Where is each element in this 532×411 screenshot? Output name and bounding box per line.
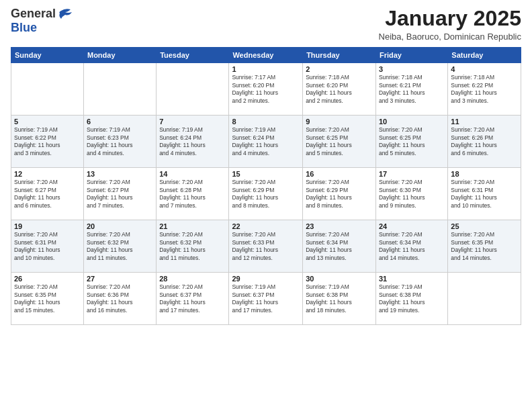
day-number: 11 — [451, 118, 518, 126]
day-number: 30 — [306, 275, 373, 283]
table-row: 17Sunrise: 7:20 AM Sunset: 6:30 PM Dayli… — [375, 168, 447, 220]
day-number: 7 — [159, 118, 226, 126]
day-number: 10 — [379, 118, 445, 126]
table-row: 21Sunrise: 7:20 AM Sunset: 6:32 PM Dayli… — [157, 220, 229, 273]
table-row: 28Sunrise: 7:20 AM Sunset: 6:37 PM Dayli… — [157, 273, 229, 325]
col-friday: Friday — [375, 48, 447, 63]
day-number: 22 — [232, 222, 300, 230]
table-row: 11Sunrise: 7:20 AM Sunset: 6:26 PM Dayli… — [448, 116, 521, 168]
day-info: Sunrise: 7:20 AM Sunset: 6:34 PM Dayligh… — [379, 231, 445, 262]
day-info: Sunrise: 7:19 AM Sunset: 6:23 PM Dayligh… — [87, 126, 153, 157]
day-info: Sunrise: 7:20 AM Sunset: 6:29 PM Dayligh… — [306, 179, 373, 210]
day-info: Sunrise: 7:20 AM Sunset: 6:33 PM Dayligh… — [232, 231, 300, 262]
day-info: Sunrise: 7:19 AM Sunset: 6:22 PM Dayligh… — [14, 126, 81, 157]
day-info: Sunrise: 7:18 AM Sunset: 6:20 PM Dayligh… — [306, 74, 373, 105]
table-row: 10Sunrise: 7:20 AM Sunset: 6:25 PM Dayli… — [375, 116, 447, 168]
table-row: 13Sunrise: 7:20 AM Sunset: 6:27 PM Dayli… — [83, 168, 156, 220]
logo-text-blue: Blue — [11, 21, 37, 34]
table-row: 8Sunrise: 7:19 AM Sunset: 6:24 PM Daylig… — [229, 116, 303, 168]
title-area: January 2025 Neiba, Baoruco, Dominican R… — [379, 7, 521, 42]
logo: General Blue — [11, 7, 75, 35]
table-row: 14Sunrise: 7:20 AM Sunset: 6:28 PM Dayli… — [157, 168, 229, 220]
col-tuesday: Tuesday — [157, 48, 229, 63]
table-row: 27Sunrise: 7:20 AM Sunset: 6:36 PM Dayli… — [83, 273, 156, 325]
day-info: Sunrise: 7:20 AM Sunset: 6:27 PM Dayligh… — [14, 179, 81, 210]
table-row: 2Sunrise: 7:18 AM Sunset: 6:20 PM Daylig… — [303, 63, 376, 116]
table-row: 5Sunrise: 7:19 AM Sunset: 6:22 PM Daylig… — [11, 116, 84, 168]
table-row: 12Sunrise: 7:20 AM Sunset: 6:27 PM Dayli… — [11, 168, 84, 220]
day-number: 2 — [306, 65, 373, 73]
week-row-2: 12Sunrise: 7:20 AM Sunset: 6:27 PM Dayli… — [11, 168, 521, 220]
day-number: 17 — [379, 170, 445, 178]
day-number: 14 — [159, 170, 226, 178]
day-number: 3 — [379, 65, 445, 73]
week-row-3: 19Sunrise: 7:20 AM Sunset: 6:31 PM Dayli… — [11, 220, 521, 273]
day-number: 23 — [306, 222, 373, 230]
day-info: Sunrise: 7:19 AM Sunset: 6:24 PM Dayligh… — [159, 126, 226, 157]
day-number: 15 — [232, 170, 300, 178]
day-number: 25 — [451, 222, 518, 230]
day-info: Sunrise: 7:20 AM Sunset: 6:36 PM Dayligh… — [87, 283, 153, 314]
calendar-table: Sunday Monday Tuesday Wednesday Thursday… — [11, 47, 521, 325]
week-row-1: 5Sunrise: 7:19 AM Sunset: 6:22 PM Daylig… — [11, 116, 521, 168]
table-row — [11, 63, 84, 116]
day-info: Sunrise: 7:19 AM Sunset: 6:38 PM Dayligh… — [379, 283, 445, 314]
day-info: Sunrise: 7:20 AM Sunset: 6:37 PM Dayligh… — [159, 283, 226, 314]
day-info: Sunrise: 7:20 AM Sunset: 6:31 PM Dayligh… — [451, 179, 518, 210]
table-row: 22Sunrise: 7:20 AM Sunset: 6:33 PM Dayli… — [229, 220, 303, 273]
day-info: Sunrise: 7:20 AM Sunset: 6:34 PM Dayligh… — [306, 231, 373, 262]
week-row-0: 1Sunrise: 7:17 AM Sunset: 6:20 PM Daylig… — [11, 63, 521, 116]
day-number: 26 — [14, 275, 81, 283]
table-row: 23Sunrise: 7:20 AM Sunset: 6:34 PM Dayli… — [303, 220, 376, 273]
day-number: 8 — [232, 118, 300, 126]
col-saturday: Saturday — [448, 48, 521, 63]
day-info: Sunrise: 7:20 AM Sunset: 6:29 PM Dayligh… — [232, 179, 300, 210]
table-row: 6Sunrise: 7:19 AM Sunset: 6:23 PM Daylig… — [83, 116, 156, 168]
table-row: 15Sunrise: 7:20 AM Sunset: 6:29 PM Dayli… — [229, 168, 303, 220]
day-number: 24 — [379, 222, 445, 230]
day-info: Sunrise: 7:20 AM Sunset: 6:25 PM Dayligh… — [379, 126, 445, 157]
table-row: 16Sunrise: 7:20 AM Sunset: 6:29 PM Dayli… — [303, 168, 376, 220]
logo-text-general: General — [11, 7, 56, 21]
col-thursday: Thursday — [303, 48, 376, 63]
location-title: Neiba, Baoruco, Dominican Republic — [379, 32, 521, 42]
week-row-4: 26Sunrise: 7:20 AM Sunset: 6:35 PM Dayli… — [11, 273, 521, 325]
day-info: Sunrise: 7:20 AM Sunset: 6:32 PM Dayligh… — [159, 231, 226, 262]
header: General Blue January 2025 Neiba, Baoruco… — [11, 7, 521, 42]
day-info: Sunrise: 7:20 AM Sunset: 6:31 PM Dayligh… — [14, 231, 81, 262]
day-info: Sunrise: 7:19 AM Sunset: 6:38 PM Dayligh… — [306, 283, 373, 314]
table-row: 26Sunrise: 7:20 AM Sunset: 6:35 PM Dayli… — [11, 273, 84, 325]
table-row: 7Sunrise: 7:19 AM Sunset: 6:24 PM Daylig… — [157, 116, 229, 168]
day-number: 28 — [159, 275, 226, 283]
logo-bird-icon — [56, 7, 75, 21]
day-number: 1 — [232, 65, 300, 73]
day-number: 20 — [87, 222, 153, 230]
day-number: 18 — [451, 170, 518, 178]
day-info: Sunrise: 7:18 AM Sunset: 6:21 PM Dayligh… — [379, 74, 445, 105]
page: General Blue January 2025 Neiba, Baoruco… — [0, 0, 532, 411]
col-sunday: Sunday — [11, 48, 84, 63]
table-row — [448, 273, 521, 325]
day-info: Sunrise: 7:20 AM Sunset: 6:35 PM Dayligh… — [14, 283, 81, 314]
table-row: 1Sunrise: 7:17 AM Sunset: 6:20 PM Daylig… — [229, 63, 303, 116]
table-row: 4Sunrise: 7:18 AM Sunset: 6:22 PM Daylig… — [448, 63, 521, 116]
day-number: 12 — [14, 170, 81, 178]
day-number: 13 — [87, 170, 153, 178]
day-info: Sunrise: 7:20 AM Sunset: 6:26 PM Dayligh… — [451, 126, 518, 157]
day-number: 16 — [306, 170, 373, 178]
day-info: Sunrise: 7:17 AM Sunset: 6:20 PM Dayligh… — [232, 74, 300, 105]
table-row — [157, 63, 229, 116]
col-monday: Monday — [83, 48, 156, 63]
table-row: 31Sunrise: 7:19 AM Sunset: 6:38 PM Dayli… — [375, 273, 447, 325]
day-info: Sunrise: 7:18 AM Sunset: 6:22 PM Dayligh… — [451, 74, 518, 105]
day-number: 9 — [306, 118, 373, 126]
table-row: 19Sunrise: 7:20 AM Sunset: 6:31 PM Dayli… — [11, 220, 84, 273]
day-info: Sunrise: 7:19 AM Sunset: 6:37 PM Dayligh… — [232, 283, 300, 314]
day-info: Sunrise: 7:20 AM Sunset: 6:35 PM Dayligh… — [451, 231, 518, 262]
day-info: Sunrise: 7:20 AM Sunset: 6:30 PM Dayligh… — [379, 179, 445, 210]
table-row — [83, 63, 156, 116]
day-number: 6 — [87, 118, 153, 126]
table-row: 20Sunrise: 7:20 AM Sunset: 6:32 PM Dayli… — [83, 220, 156, 273]
day-number: 31 — [379, 275, 445, 283]
day-info: Sunrise: 7:20 AM Sunset: 6:25 PM Dayligh… — [306, 126, 373, 157]
